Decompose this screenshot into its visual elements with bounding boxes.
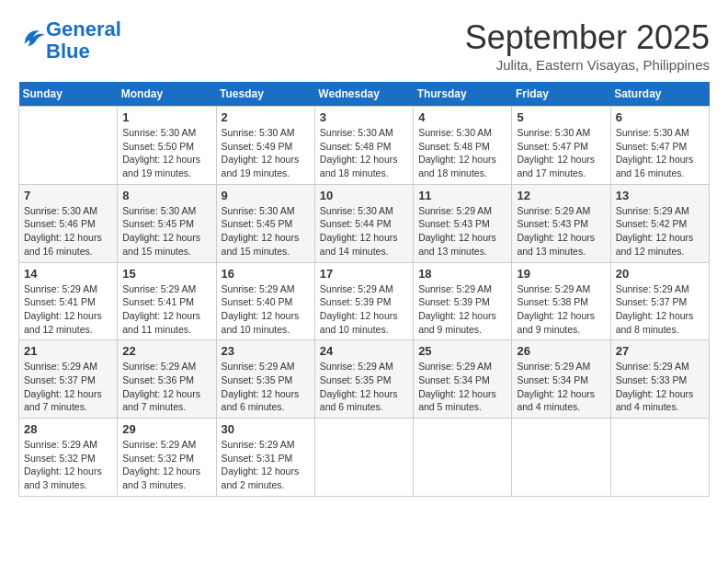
calendar-cell: 25Sunrise: 5:29 AMSunset: 5:34 PMDayligh…: [414, 340, 512, 419]
day-number: 27: [616, 344, 704, 358]
day-info: Sunrise: 5:30 AMSunset: 5:44 PMDaylight:…: [320, 204, 408, 259]
day-info: Sunrise: 5:29 AMSunset: 5:41 PMDaylight:…: [24, 282, 112, 337]
week-row-2: 7Sunrise: 5:30 AMSunset: 5:46 PMDaylight…: [19, 184, 710, 262]
day-number: 5: [517, 110, 605, 124]
calendar-cell: 3Sunrise: 5:30 AMSunset: 5:48 PMDaylight…: [314, 107, 413, 185]
day-info: Sunrise: 5:29 AMSunset: 5:31 PMDaylight:…: [222, 438, 310, 492]
calendar-cell: 6Sunrise: 5:30 AMSunset: 5:47 PMDaylight…: [610, 107, 709, 185]
day-number: 23: [222, 344, 310, 358]
calendar-cell: 23Sunrise: 5:29 AMSunset: 5:35 PMDayligh…: [216, 340, 314, 419]
location-subtitle: Julita, Eastern Visayas, Philippines: [465, 57, 710, 73]
calendar-cell: [610, 419, 709, 497]
day-number: 22: [122, 344, 210, 358]
day-number: 29: [122, 422, 210, 436]
day-info: Sunrise: 5:30 AMSunset: 5:50 PMDaylight:…: [122, 126, 210, 180]
day-number: 25: [418, 344, 506, 358]
logo: General Blue: [18, 18, 121, 63]
day-number: 30: [222, 422, 310, 436]
day-number: 14: [24, 267, 112, 281]
header-sunday: Sunday: [19, 82, 118, 107]
calendar-table: SundayMondayTuesdayWednesdayThursdayFrid…: [18, 82, 710, 497]
calendar-cell: 5Sunrise: 5:30 AMSunset: 5:47 PMDaylight…: [512, 107, 610, 185]
day-info: Sunrise: 5:29 AMSunset: 5:40 PMDaylight:…: [222, 282, 310, 337]
calendar-cell: 24Sunrise: 5:29 AMSunset: 5:35 PMDayligh…: [314, 340, 413, 419]
day-info: Sunrise: 5:29 AMSunset: 5:34 PMDaylight:…: [517, 360, 605, 414]
calendar-cell: 19Sunrise: 5:29 AMSunset: 5:38 PMDayligh…: [512, 262, 610, 340]
header-row: SundayMondayTuesdayWednesdayThursdayFrid…: [19, 82, 710, 107]
calendar-cell: 26Sunrise: 5:29 AMSunset: 5:34 PMDayligh…: [512, 340, 610, 419]
day-number: 15: [122, 267, 210, 281]
calendar-cell: 12Sunrise: 5:29 AMSunset: 5:43 PMDayligh…: [512, 184, 610, 262]
calendar-cell: 8Sunrise: 5:30 AMSunset: 5:45 PMDaylight…: [118, 184, 216, 262]
day-info: Sunrise: 5:29 AMSunset: 5:39 PMDaylight:…: [418, 282, 506, 337]
day-info: Sunrise: 5:29 AMSunset: 5:37 PMDaylight:…: [616, 282, 704, 337]
day-number: 9: [222, 189, 310, 202]
calendar-cell: 4Sunrise: 5:30 AMSunset: 5:48 PMDaylight…: [414, 107, 512, 185]
calendar-cell: 22Sunrise: 5:29 AMSunset: 5:36 PMDayligh…: [118, 340, 216, 419]
day-number: 2: [222, 110, 310, 124]
day-number: 17: [320, 267, 408, 281]
day-number: 1: [122, 110, 210, 124]
day-info: Sunrise: 5:30 AMSunset: 5:45 PMDaylight:…: [122, 204, 210, 259]
header-wednesday: Wednesday: [314, 82, 413, 107]
calendar-cell: 18Sunrise: 5:29 AMSunset: 5:39 PMDayligh…: [414, 262, 512, 340]
calendar-cell: [314, 419, 413, 497]
header-tuesday: Tuesday: [216, 82, 314, 107]
day-number: 16: [222, 267, 310, 281]
month-title: September 2025: [465, 18, 710, 57]
day-number: 11: [418, 189, 506, 202]
calendar-cell: 21Sunrise: 5:29 AMSunset: 5:37 PMDayligh…: [19, 340, 118, 419]
day-info: Sunrise: 5:30 AMSunset: 5:48 PMDaylight:…: [418, 126, 506, 180]
day-info: Sunrise: 5:29 AMSunset: 5:38 PMDaylight:…: [517, 282, 605, 337]
day-info: Sunrise: 5:29 AMSunset: 5:43 PMDaylight:…: [517, 204, 605, 259]
day-info: Sunrise: 5:30 AMSunset: 5:47 PMDaylight:…: [616, 126, 704, 180]
day-number: 6: [616, 110, 704, 124]
day-number: 19: [517, 267, 605, 281]
title-block: September 2025 Julita, Eastern Visayas, …: [465, 18, 710, 73]
header-saturday: Saturday: [610, 82, 709, 107]
day-info: Sunrise: 5:30 AMSunset: 5:46 PMDaylight:…: [24, 204, 112, 259]
calendar-cell: 27Sunrise: 5:29 AMSunset: 5:33 PMDayligh…: [610, 340, 709, 419]
calendar-cell: 28Sunrise: 5:29 AMSunset: 5:32 PMDayligh…: [19, 419, 118, 497]
calendar-cell: 20Sunrise: 5:29 AMSunset: 5:37 PMDayligh…: [610, 262, 709, 340]
week-row-1: 1Sunrise: 5:30 AMSunset: 5:50 PMDaylight…: [19, 107, 710, 185]
day-info: Sunrise: 5:29 AMSunset: 5:36 PMDaylight:…: [122, 360, 210, 414]
day-info: Sunrise: 5:29 AMSunset: 5:35 PMDaylight:…: [222, 360, 310, 414]
header-friday: Friday: [512, 82, 610, 107]
week-row-5: 28Sunrise: 5:29 AMSunset: 5:32 PMDayligh…: [19, 419, 710, 497]
week-row-4: 21Sunrise: 5:29 AMSunset: 5:37 PMDayligh…: [19, 340, 710, 419]
calendar-cell: 15Sunrise: 5:29 AMSunset: 5:41 PMDayligh…: [118, 262, 216, 340]
day-number: 18: [418, 267, 506, 281]
calendar-cell: 10Sunrise: 5:30 AMSunset: 5:44 PMDayligh…: [314, 184, 413, 262]
day-info: Sunrise: 5:29 AMSunset: 5:43 PMDaylight:…: [418, 204, 506, 259]
day-info: Sunrise: 5:30 AMSunset: 5:45 PMDaylight:…: [222, 204, 310, 259]
day-info: Sunrise: 5:29 AMSunset: 5:39 PMDaylight:…: [320, 282, 408, 337]
logo-icon: [20, 26, 46, 52]
day-number: 10: [320, 189, 408, 202]
day-info: Sunrise: 5:29 AMSunset: 5:34 PMDaylight:…: [418, 360, 506, 414]
week-row-3: 14Sunrise: 5:29 AMSunset: 5:41 PMDayligh…: [19, 262, 710, 340]
calendar-cell: 17Sunrise: 5:29 AMSunset: 5:39 PMDayligh…: [314, 262, 413, 340]
day-number: 20: [616, 267, 704, 281]
day-number: 26: [517, 344, 605, 358]
day-number: 13: [616, 189, 704, 202]
calendar-cell: [19, 107, 118, 185]
calendar-cell: [414, 419, 512, 497]
calendar-cell: 1Sunrise: 5:30 AMSunset: 5:50 PMDaylight…: [118, 107, 216, 185]
calendar-cell: 7Sunrise: 5:30 AMSunset: 5:46 PMDaylight…: [19, 184, 118, 262]
calendar-cell: 9Sunrise: 5:30 AMSunset: 5:45 PMDaylight…: [216, 184, 314, 262]
day-number: 28: [24, 422, 112, 436]
calendar-cell: 30Sunrise: 5:29 AMSunset: 5:31 PMDayligh…: [216, 419, 314, 497]
day-info: Sunrise: 5:29 AMSunset: 5:41 PMDaylight:…: [122, 282, 210, 337]
calendar-cell: 13Sunrise: 5:29 AMSunset: 5:42 PMDayligh…: [610, 184, 709, 262]
day-number: 24: [320, 344, 408, 358]
day-number: 21: [24, 344, 112, 358]
day-number: 8: [122, 189, 210, 202]
day-number: 3: [320, 110, 408, 124]
day-info: Sunrise: 5:29 AMSunset: 5:33 PMDaylight:…: [616, 360, 704, 414]
day-info: Sunrise: 5:30 AMSunset: 5:49 PMDaylight:…: [222, 126, 310, 180]
day-info: Sunrise: 5:29 AMSunset: 5:32 PMDaylight:…: [24, 438, 112, 492]
day-info: Sunrise: 5:29 AMSunset: 5:42 PMDaylight:…: [616, 204, 704, 259]
day-number: 7: [24, 189, 112, 202]
day-info: Sunrise: 5:29 AMSunset: 5:37 PMDaylight:…: [24, 360, 112, 414]
